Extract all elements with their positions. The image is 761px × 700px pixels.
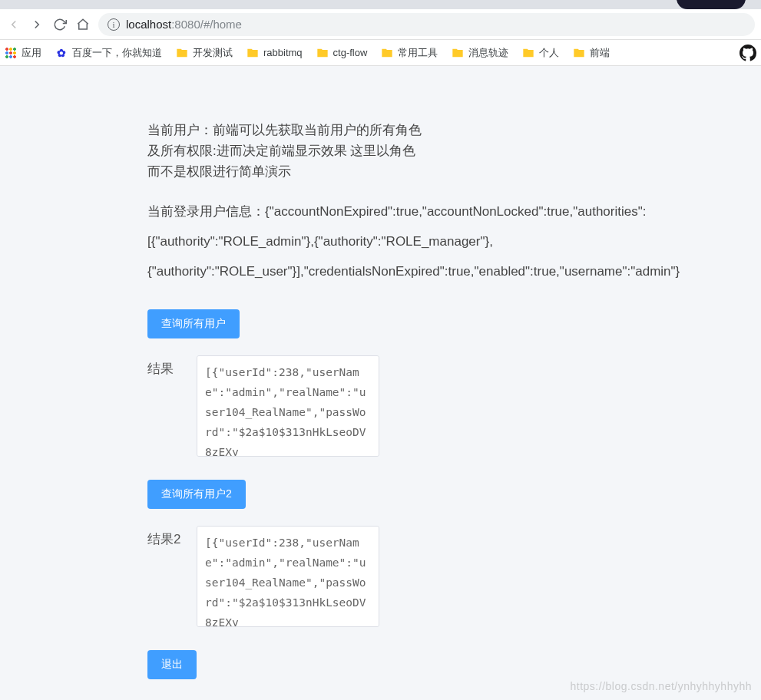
profile-indicator xyxy=(677,0,746,9)
bookmark-label: 开发测试 xyxy=(193,46,233,60)
result2-textarea[interactable] xyxy=(197,526,379,627)
bookmark-label: 百度一下，你就知道 xyxy=(72,46,162,60)
bookmark-folder-2[interactable]: ctg-flow xyxy=(316,47,368,59)
result1-row: 结果 xyxy=(147,355,746,457)
query-all-users-2-button[interactable]: 查询所有用户2 xyxy=(147,480,246,509)
intro-line: 及所有权限:进而决定前端显示效果 这里以角色 xyxy=(147,140,746,161)
baidu-icon: ✿ xyxy=(55,47,68,59)
folder-icon xyxy=(316,47,329,59)
forward-icon[interactable] xyxy=(29,17,45,32)
bookmark-label: 消息轨迹 xyxy=(468,46,508,60)
tab-strip xyxy=(0,0,761,9)
result1-textarea[interactable] xyxy=(197,355,379,457)
folder-icon xyxy=(452,47,464,59)
folder-icon xyxy=(381,47,393,59)
userinfo-line: 当前登录用户信息：{"accountNonExpired":true,"acco… xyxy=(147,196,746,226)
login-user-info: 当前登录用户信息：{"accountNonExpired":true,"acco… xyxy=(147,196,746,286)
query-all-users-button[interactable]: 查询所有用户 xyxy=(147,309,240,338)
bookmark-folder-4[interactable]: 消息轨迹 xyxy=(452,46,508,60)
result1-label: 结果 xyxy=(147,355,183,378)
github-icon[interactable] xyxy=(739,45,756,61)
folder-icon xyxy=(573,47,585,59)
bookmark-label: 个人 xyxy=(539,46,559,60)
address-bar[interactable]: i localhost:8080/#/home xyxy=(98,13,755,36)
browser-toolbar: i localhost:8080/#/home xyxy=(0,9,761,40)
home-icon[interactable] xyxy=(75,17,91,32)
bookmark-folder-3[interactable]: 常用工具 xyxy=(381,46,438,60)
url-port: :8080 xyxy=(171,18,200,31)
bookmark-folder-0[interactable]: 开发测试 xyxy=(176,46,233,60)
intro-text: 当前用户：前端可以先获取当前用户的所有角色 及所有权限:进而决定前端显示效果 这… xyxy=(147,120,746,183)
url-path: /#/home xyxy=(200,18,242,31)
bookmark-label: ctg-flow xyxy=(333,47,368,58)
url-text: localhost:8080/#/home xyxy=(126,18,242,31)
bookmarks-bar: 应用 ✿ 百度一下，你就知道 开发测试 rabbitmq ctg-flow 常用… xyxy=(0,40,761,66)
result2-row: 结果2 xyxy=(147,526,746,627)
intro-line: 而不是权限进行简单演示 xyxy=(147,161,746,182)
site-info-icon[interactable]: i xyxy=(108,18,120,31)
bookmark-folder-6[interactable]: 前端 xyxy=(573,46,610,60)
folder-icon xyxy=(176,47,188,59)
url-host: localhost xyxy=(126,18,171,31)
bookmark-baidu[interactable]: ✿ 百度一下，你就知道 xyxy=(55,46,162,60)
apps-icon xyxy=(5,47,17,59)
bookmark-folder-5[interactable]: 个人 xyxy=(522,46,559,60)
page-body: 当前用户：前端可以先获取当前用户的所有角色 及所有权限:进而决定前端显示效果 这… xyxy=(0,66,761,700)
intro-line: 当前用户：前端可以先获取当前用户的所有角色 xyxy=(147,120,746,140)
logout-button[interactable]: 退出 xyxy=(147,650,197,679)
content: 当前用户：前端可以先获取当前用户的所有角色 及所有权限:进而决定前端显示效果 这… xyxy=(147,120,746,679)
folder-icon xyxy=(246,47,259,59)
reload-icon[interactable] xyxy=(52,17,68,32)
bookmark-label: rabbitmq xyxy=(263,47,303,58)
bookmark-label: 常用工具 xyxy=(398,46,438,60)
back-icon[interactable] xyxy=(6,17,22,32)
result2-label: 结果2 xyxy=(147,526,183,548)
userinfo-line: {"authority":"ROLE_user"}],"credentialsN… xyxy=(147,256,746,286)
folder-icon xyxy=(522,47,534,59)
bookmark-label: 前端 xyxy=(590,46,610,60)
bookmark-label: 应用 xyxy=(22,46,41,60)
bookmark-folder-1[interactable]: rabbitmq xyxy=(246,47,303,59)
userinfo-line: [{"authority":"ROLE_admin"},{"authority"… xyxy=(147,226,746,256)
bookmark-apps[interactable]: 应用 xyxy=(5,46,41,60)
